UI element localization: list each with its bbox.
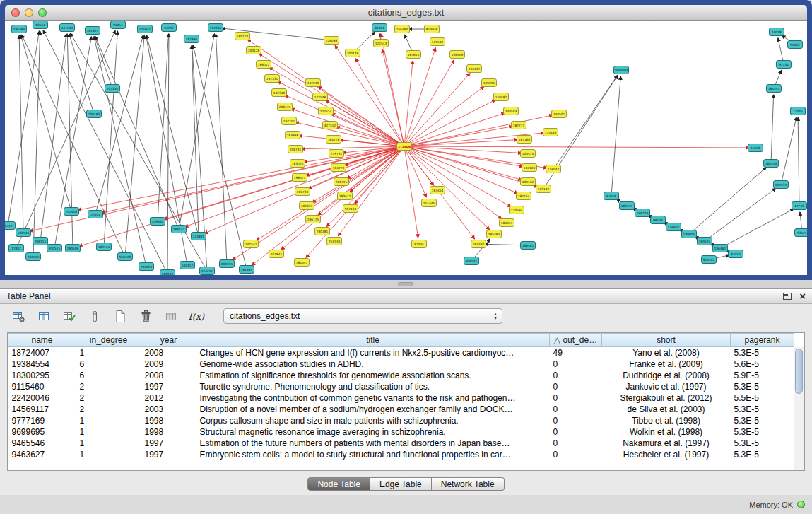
table-cell[interactable]: 1 (76, 449, 141, 460)
graph-node[interactable]: 182340 (272, 89, 287, 97)
graph-node[interactable]: 151445 (422, 199, 437, 207)
table-cell[interactable]: 5.3E-5 (731, 381, 794, 392)
graph-node[interactable]: 91463 (788, 41, 803, 49)
graph-node[interactable]: 780381 (315, 228, 330, 235)
table-cell[interactable]: 0 (550, 449, 602, 460)
graph-node[interactable]: 17045 (791, 107, 806, 115)
graph-node[interactable]: 189091 (482, 79, 497, 87)
table-cell[interactable]: 2 (76, 404, 141, 415)
graph-node[interactable]: 185492 (471, 240, 486, 248)
graph-node[interactable]: 206115 (33, 238, 48, 245)
table-row[interactable]: 1830029562008Estimation of significance … (8, 370, 794, 381)
table-row[interactable]: 911546021997Tourette syndrome. Phenomeno… (8, 381, 794, 392)
table-row[interactable]: 1938455462009Genome-wide association stu… (8, 358, 794, 370)
table-cell[interactable]: 19384554 (8, 358, 76, 370)
graph-node[interactable]: 184773 (331, 164, 346, 172)
column-header-1[interactable]: in_degree (76, 334, 141, 347)
table-cell[interactable]: 9463627 (8, 449, 76, 460)
table-row[interactable]: 1456911722003Disruption of a novel membe… (8, 404, 794, 415)
graph-node[interactable]: 194217 (200, 267, 215, 275)
table-cell[interactable]: 5.3E-5 (731, 426, 794, 438)
graph-node[interactable]: 219731 (329, 150, 344, 158)
table-cell[interactable]: Embryonic stem cells: a model to study s… (196, 449, 550, 460)
table-cell[interactable]: Nakamura et al. (1997) (602, 438, 731, 449)
table-options-icon[interactable] (10, 308, 27, 325)
window-titlebar[interactable]: citations_edges.txt (5, 5, 807, 21)
table-cell[interactable]: Wolkin et al. (1998) (602, 426, 731, 438)
graph-node[interactable]: 122543 (374, 40, 389, 47)
table-cell[interactable]: 22420046 (8, 392, 76, 404)
graph-node[interactable]: 187164 (517, 192, 531, 200)
graph-node[interactable]: 748503 (504, 107, 519, 115)
table-cell[interactable]: Genome-wide association studies in ADHD. (196, 358, 550, 370)
graph-node[interactable]: 96054 (111, 21, 126, 29)
table-cell[interactable]: 2008 (141, 347, 196, 359)
column-header-6[interactable]: pagerank (731, 334, 794, 347)
show-columns-icon[interactable] (35, 308, 52, 325)
graph-node[interactable]: 182896 (184, 35, 199, 43)
table-cell[interactable]: 2008 (141, 370, 196, 381)
table-cell[interactable]: Changes of HCN gene expression and I(f) … (196, 347, 550, 359)
graph-node[interactable]: 209193 (87, 110, 102, 118)
graph-node[interactable]: 97034 (412, 240, 427, 248)
column-header-4[interactable]: △ out_de… (550, 334, 602, 347)
table-scrollbar[interactable] (794, 347, 804, 470)
graph-node[interactable]: 906531 (464, 257, 479, 265)
table-cell[interactable]: 49 (550, 347, 602, 359)
graph-node[interactable]: 200128 (247, 47, 261, 54)
graph-node[interactable]: 187771 (512, 122, 526, 129)
graph-node[interactable]: 183020 (290, 160, 305, 168)
table-cell[interactable]: de Silva et al. (2003) (602, 404, 731, 415)
graph-node[interactable]: 183672 (338, 192, 353, 200)
graph-node[interactable]: 200148 (346, 49, 360, 57)
graph-node[interactable]: 183938 (286, 132, 300, 139)
graph-node[interactable]: 19518 (770, 28, 784, 36)
table-cell[interactable]: 1997 (141, 438, 196, 449)
table-cell[interactable]: Structural magnetic resonance image aver… (196, 426, 550, 438)
graph-node[interactable]: 781447 (295, 259, 310, 267)
table-cell[interactable]: 0 (550, 426, 602, 438)
graph-node[interactable]: 181857 (86, 27, 100, 35)
graph-node[interactable]: 180124 (235, 33, 250, 40)
graph-node[interactable]: 127514 (319, 107, 334, 115)
graph-node[interactable]: 166409 (450, 51, 465, 59)
graph-node[interactable]: 20541 (88, 211, 103, 218)
graph-node[interactable]: 19564 (33, 21, 48, 29)
graph-node[interactable]: 748501 (552, 110, 567, 118)
graph-node[interactable]: 90412 (5, 222, 16, 230)
table-cell[interactable]: 1997 (141, 381, 196, 392)
graph-node[interactable]: 180543 (16, 229, 31, 237)
table-cell[interactable]: 5.6E-5 (731, 358, 794, 370)
graph-node[interactable]: 92734 (777, 61, 792, 69)
graph-node[interactable]: 190508 (66, 245, 81, 252)
table-cell[interactable]: 1997 (141, 449, 196, 460)
graph-node[interactable]: 93521 (795, 229, 808, 237)
graph-node[interactable]: 761941 (269, 250, 284, 258)
table-row[interactable]: 2242004622012Investigating the contribut… (8, 392, 794, 404)
graph-node[interactable]: 186461 (521, 242, 536, 250)
table-cell[interactable]: 18724007 (8, 347, 76, 359)
table-cell[interactable]: 0 (550, 404, 602, 415)
table-row[interactable]: 1872400712008Changes of HCN gene express… (8, 347, 794, 359)
table-cell[interactable]: Investigating the contribution of common… (196, 392, 550, 404)
graph-node[interactable]: 924502 (702, 256, 717, 264)
graph-node[interactable]: 187166 (517, 136, 532, 144)
graph-node[interactable]: 427512 (323, 122, 338, 129)
graph-node[interactable]: 761944 (240, 266, 254, 274)
minimize-window-icon[interactable] (25, 8, 33, 17)
graph-node[interactable]: 226088 (324, 37, 339, 45)
graph-node[interactable]: 98104 (651, 216, 666, 224)
table-cell[interactable]: 1 (76, 438, 141, 449)
table-cell[interactable]: 2012 (141, 392, 196, 404)
graph-node[interactable]: 176602 (666, 223, 681, 231)
table-cell[interactable]: Tibbo et al. (1998) (602, 415, 731, 426)
table-cell[interactable]: 9115460 (8, 381, 76, 392)
graph-node[interactable]: 186462 (713, 245, 728, 252)
table-cell[interactable]: Corpus callosum shape and size in male p… (196, 415, 550, 426)
graph-node[interactable]: 81304 (372, 24, 387, 32)
network-graph[interactable]: 1863841956416154318185796054175941207321… (5, 21, 807, 275)
function-builder-icon[interactable]: f(x) (188, 308, 205, 325)
table-cell[interactable]: Stergiakouli et al. (2012) (602, 392, 731, 404)
edit-table-icon[interactable] (61, 308, 78, 325)
scrollbar-thumb[interactable] (795, 349, 803, 394)
